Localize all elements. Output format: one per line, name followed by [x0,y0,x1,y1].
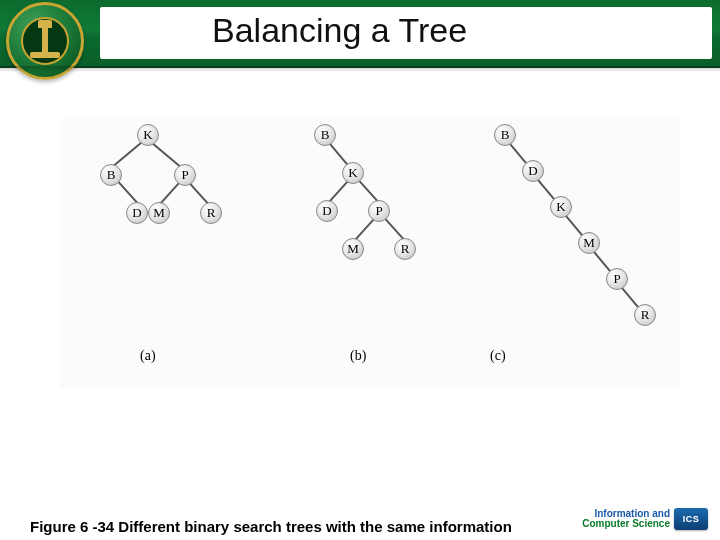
footer-logo: Information and Computer Science ICS [582,508,708,530]
tree-node: R [200,202,222,224]
figure-caption: Figure 6 -34 Different binary search tre… [30,518,512,535]
tree-node: D [316,200,338,222]
tree-node: K [137,124,159,146]
figure-area: K B P D M R B K D P M R B D K M P R (a) … [60,118,680,388]
tree-node: M [148,202,170,224]
slide-title: Balancing a Tree [208,8,479,53]
slide-content: K B P D M R B K D P M R B D K M P R (a) … [0,118,720,388]
tree-node: P [606,268,628,290]
figure-sublabel-b: (b) [350,348,366,364]
tree-node: P [174,164,196,186]
tree-node: R [394,238,416,260]
tree-node: K [342,162,364,184]
tree-node: M [342,238,364,260]
tree-node: B [314,124,336,146]
logo-tower-icon [42,28,48,54]
figure-sublabel-c: (c) [490,348,506,364]
footer-badge: ICS [674,508,708,530]
footer-line2: Computer Science [582,519,670,530]
tree-node: D [126,202,148,224]
figure-sublabel-a: (a) [140,348,156,364]
tree-node: M [578,232,600,254]
tree-node: D [522,160,544,182]
tree-node: P [368,200,390,222]
tree-node: B [100,164,122,186]
logo-inner [21,17,69,65]
university-logo [6,2,84,80]
title-wrap: Balancing a Tree [100,7,712,59]
slide-header: Balancing a Tree [0,0,720,68]
tree-node: K [550,196,572,218]
tree-node: R [634,304,656,326]
footer-text: Information and Computer Science [582,509,670,530]
tree-node: B [494,124,516,146]
